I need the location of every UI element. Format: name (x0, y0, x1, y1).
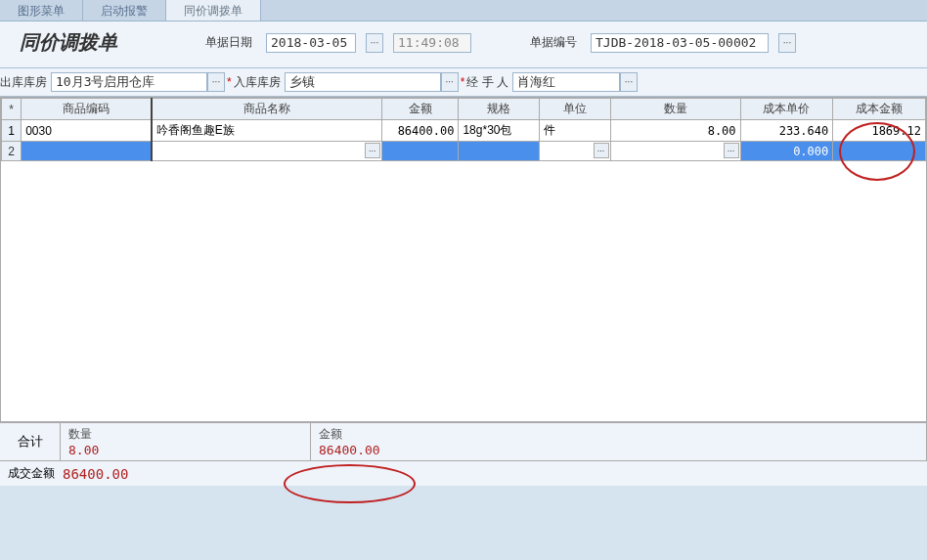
cell-amount[interactable]: 86400.00 (381, 120, 459, 142)
table-row[interactable]: 2 ··· ··· ··· 0.000 (2, 142, 926, 161)
out-wh-picker-button[interactable]: ··· (207, 72, 225, 92)
required-star-icon: * (461, 75, 465, 89)
tab-bar: 图形菜单 启动报警 同价调拨单 (0, 0, 927, 22)
table-row[interactable]: 1 0030 吟香阁鱼趣E族 86400.00 18g*30包 件 8.00 2… (2, 120, 926, 142)
handler-input[interactable] (512, 72, 620, 92)
cell-lookup-button[interactable]: ··· (724, 143, 739, 158)
cell-spec[interactable]: 18g*30包 (459, 120, 540, 142)
tab-transfer-doc[interactable]: 同价调拨单 (166, 0, 261, 21)
cell-unit-editor[interactable]: ··· (540, 142, 611, 161)
date-picker-button[interactable]: ··· (366, 33, 383, 53)
col-amount[interactable]: 金额 (381, 99, 459, 120)
grid-header-row: * 商品编码 商品名称 金额 规格 单位 数量 成本单价 成本金额 (2, 99, 926, 120)
col-name[interactable]: 商品名称 (152, 99, 382, 120)
totals-qty-label: 数量 (68, 426, 302, 443)
data-grid: * 商品编码 商品名称 金额 规格 单位 数量 成本单价 成本金额 1 0030… (0, 97, 927, 422)
doc-no-picker-button[interactable]: ··· (778, 33, 796, 53)
cell-name-editor[interactable]: ··· (152, 142, 382, 161)
totals-qty: 数量 8.00 (61, 423, 311, 460)
cell-qty[interactable]: 8.00 (610, 120, 740, 142)
in-wh-input[interactable] (285, 72, 441, 92)
grid-corner: * (2, 99, 22, 120)
deal-amount-row: 成交金额 86400.00 (0, 461, 927, 486)
totals-amount: 金额 86400.00 (311, 423, 927, 460)
totals-label: 合计 (0, 423, 61, 460)
header: 同价调拨单 单据日期 ··· 单据编号 ··· (0, 22, 927, 68)
footer: 合计 数量 8.00 金额 86400.00 成交金额 86400.00 (0, 422, 927, 486)
deal-amount-label: 成交金额 (8, 465, 55, 482)
cell-amount[interactable] (381, 142, 459, 161)
cell-lookup-button[interactable]: ··· (365, 143, 380, 158)
page-title: 同价调拨单 (20, 29, 117, 56)
handler-picker-button[interactable]: ··· (620, 72, 638, 92)
col-unit[interactable]: 单位 (540, 99, 611, 120)
time-input (393, 33, 471, 53)
handler-label: 经 手 人 (466, 74, 508, 91)
deal-amount-value: 86400.00 (63, 466, 128, 482)
col-qty[interactable]: 数量 (610, 99, 740, 120)
cell-cost-price[interactable]: 0.000 (740, 142, 833, 161)
cell-code[interactable] (22, 142, 152, 161)
cell-cost-price[interactable]: 233.640 (740, 120, 833, 142)
col-cost-amount[interactable]: 成本金额 (833, 99, 926, 120)
out-wh-input[interactable] (51, 72, 207, 92)
col-code[interactable]: 商品编码 (22, 99, 152, 120)
cell-qty-editor[interactable]: ··· (610, 142, 740, 161)
in-wh-picker-button[interactable]: ··· (441, 72, 459, 92)
cell-cost-amount[interactable]: 1869.12 (833, 120, 926, 142)
cell-spec[interactable] (459, 142, 540, 161)
in-wh-label: 入库库房 (234, 74, 281, 91)
doc-no-input[interactable] (591, 33, 769, 53)
doc-no-label: 单据编号 (530, 34, 577, 51)
totals-row: 合计 数量 8.00 金额 86400.00 (0, 423, 927, 461)
date-input[interactable] (266, 33, 356, 53)
date-label: 单据日期 (205, 34, 252, 51)
filter-bar: 出库库房 ··· * 入库库房 ··· * 经 手 人 ··· (0, 68, 927, 97)
col-cost-price[interactable]: 成本单价 (740, 99, 833, 120)
tab-graphics-menu[interactable]: 图形菜单 (0, 0, 83, 21)
totals-amount-label: 金额 (319, 426, 918, 443)
out-wh-label: 出库库房 (0, 74, 47, 91)
row-number: 2 (2, 142, 22, 161)
cell-code[interactable]: 0030 (22, 120, 152, 142)
totals-qty-value: 8.00 (68, 443, 302, 457)
col-spec[interactable]: 规格 (459, 99, 540, 120)
cell-lookup-button[interactable]: ··· (594, 143, 609, 158)
cell-cost-amount[interactable] (833, 142, 926, 161)
row-number: 1 (2, 120, 22, 142)
cell-name[interactable]: 吟香阁鱼趣E族 (152, 120, 382, 142)
totals-amount-value: 86400.00 (319, 443, 918, 457)
tab-startup-alarm[interactable]: 启动报警 (83, 0, 166, 21)
required-star-icon: * (227, 75, 232, 89)
cell-unit[interactable]: 件 (540, 120, 611, 142)
